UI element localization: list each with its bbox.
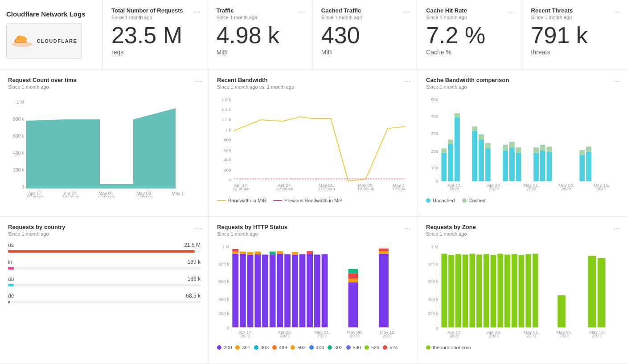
svg-text:400: 400	[431, 114, 438, 119]
svg-text:0: 0	[227, 326, 229, 331]
logo-image: CLOUDFLARE	[6, 23, 82, 59]
country-bar-de	[8, 301, 10, 303]
legend-bandwidth: Bandwidth in MiB	[217, 198, 266, 203]
chart-title-cache-bw: Cache Bandwidth comparison	[426, 77, 619, 83]
svg-rect-87	[232, 249, 238, 252]
svg-rect-53	[503, 150, 508, 181]
country-bar-track-de	[8, 301, 201, 303]
country-bar-au	[8, 284, 14, 286]
svg-text:2022: 2022	[526, 334, 536, 339]
chart-country: Requests by country Since 1 month ago ..…	[0, 217, 209, 364]
svg-text:400: 400	[224, 157, 231, 162]
country-item-de: de 68.5 k	[8, 293, 201, 303]
more-chart-country[interactable]: ...	[195, 223, 202, 231]
more-chart-bandwidth[interactable]: ...	[404, 76, 411, 84]
svg-text:12:00am: 12:00am	[357, 186, 374, 191]
http-status-chart: 1 M 800 k 600 k 400 k 200 k 0	[217, 242, 410, 340]
svg-rect-42	[441, 148, 447, 152]
bottom-charts-row: Requests by country Since 1 month ago ..…	[0, 217, 627, 364]
svg-rect-140	[512, 254, 517, 327]
country-list: us 21.5 M in 189 k	[8, 242, 201, 303]
chart-subtitle-bandwidth: Since 1 month ago vs. 1 month ago	[217, 84, 410, 90]
svg-rect-100	[292, 255, 298, 327]
stat-subtitle-threats: Since 1 month ago	[531, 15, 618, 20]
stat-value-requests: 23.5 M	[111, 24, 198, 47]
stat-unit-threats: threats	[531, 49, 618, 56]
more-cache-hit[interactable]: ...	[508, 6, 515, 14]
svg-text:12:00am: 12:00am	[136, 195, 153, 197]
chart-http-status: Requests by HTTP Status Since 1 month ag…	[209, 217, 418, 364]
svg-rect-61	[540, 150, 545, 181]
country-value-in: 189 k	[188, 259, 201, 265]
svg-text:800: 800	[224, 137, 231, 142]
stat-subtitle-cached: Since 1 month ago	[321, 15, 408, 20]
more-requests[interactable]: ...	[193, 6, 201, 14]
svg-rect-144	[557, 295, 566, 327]
svg-rect-44	[448, 139, 453, 144]
svg-text:1 M: 1 M	[222, 244, 229, 249]
legend-uncached: Uncached	[426, 198, 455, 203]
stat-total-requests: Total Number of Requests Since 1 month a…	[102, 0, 207, 69]
svg-rect-51	[485, 148, 491, 181]
svg-rect-41	[441, 152, 447, 181]
chart-request-count: Request Count over time Since 1 month ag…	[0, 70, 209, 217]
svg-text:2022: 2022	[526, 186, 536, 191]
bandwidth-chart: 1.6 k 1.4 k 1.2 k 1 k 800 600 400 200 0 …	[217, 95, 410, 193]
country-code-au: au	[8, 276, 14, 282]
stat-unit-cache-hit: Cache %	[426, 49, 512, 56]
more-threats[interactable]: ...	[614, 6, 621, 14]
more-cached[interactable]: ...	[403, 6, 410, 14]
svg-rect-145	[588, 256, 596, 327]
svg-rect-131	[448, 255, 454, 327]
logo-card: Cloudflare Network Logs CLOUDFLARE	[0, 0, 102, 69]
svg-rect-101	[292, 252, 298, 255]
svg-rect-47	[472, 131, 477, 181]
more-traffic[interactable]: ...	[298, 6, 305, 14]
stat-subtitle-cache-hit: Since 1 month ago	[426, 15, 512, 20]
svg-rect-50	[479, 134, 484, 139]
country-code-us: us	[8, 242, 14, 248]
country-item-in: in 189 k	[8, 259, 201, 270]
svg-text:2022: 2022	[592, 334, 602, 339]
svg-text:12:00am: 12:00am	[233, 186, 250, 191]
svg-rect-104	[307, 251, 313, 254]
svg-text:2022: 2022	[350, 333, 360, 338]
country-value-de: 68.5 k	[186, 293, 201, 299]
chart-title-country: Requests by country	[8, 224, 201, 230]
svg-rect-49	[479, 139, 484, 181]
legend-cached: Cached	[462, 198, 486, 203]
more-chart-cache-bw[interactable]: ...	[614, 76, 621, 84]
chart-bandwidth: Recent Bandwidth Since 1 month ago vs. 1…	[209, 70, 418, 217]
country-bar-track-in	[8, 267, 201, 270]
stat-value-traffic: 4.98 k	[216, 24, 303, 47]
svg-text:1.4 k: 1.4 k	[221, 107, 231, 112]
svg-text:400 k: 400 k	[13, 151, 25, 155]
legend-530: 530	[346, 345, 361, 350]
svg-rect-89	[240, 252, 246, 254]
more-chart-zone[interactable]: ...	[614, 223, 621, 231]
svg-rect-52	[485, 143, 491, 148]
legend-404: 404	[309, 345, 324, 350]
svg-rect-110	[348, 269, 358, 274]
more-chart-requests[interactable]: ...	[195, 76, 202, 84]
svg-rect-45	[455, 118, 460, 181]
stat-title-traffic: Traffic	[216, 7, 303, 14]
http-status-legend: 200 301 403 499 503	[217, 345, 410, 350]
chart-subtitle-requests: Since 1 month ago	[8, 84, 201, 90]
zone-legend: theburritobot.com	[426, 345, 619, 350]
svg-text:2022: 2022	[317, 333, 327, 338]
more-chart-http[interactable]: ...	[404, 223, 411, 231]
svg-text:200 k: 200 k	[219, 311, 229, 316]
svg-text:400 k: 400 k	[219, 297, 229, 302]
svg-rect-113	[379, 249, 389, 251]
legend-302: 302	[328, 345, 342, 350]
svg-rect-106	[322, 254, 328, 327]
stat-title-cache-hit: Cache Hit Rate	[426, 7, 512, 14]
svg-rect-109	[348, 274, 358, 279]
svg-text:2022: 2022	[559, 334, 569, 339]
svg-text:1 k: 1 k	[225, 127, 231, 132]
country-item-au: au 189 k	[8, 276, 201, 286]
svg-text:2022: 2022	[561, 186, 571, 191]
svg-rect-141	[519, 255, 525, 327]
svg-text:600: 600	[224, 147, 231, 152]
